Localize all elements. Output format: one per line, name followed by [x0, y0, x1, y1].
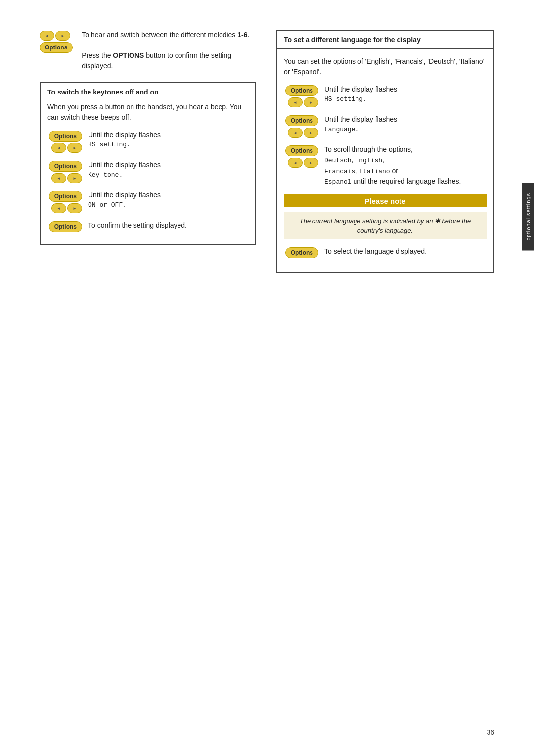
page: optional settings Options To hear and sw…	[0, 0, 534, 756]
lang-step3-text: To scroll through the options, Deutsch, …	[324, 144, 487, 187]
step4-text: To confirm the setting displayed.	[88, 220, 248, 231]
step3-mono: ON or OFF.	[88, 200, 248, 210]
intro-line1: To hear and switch between the different…	[82, 30, 256, 40]
lang-final-label: To select the language displayed.	[324, 246, 487, 257]
nav-btn-k3	[51, 203, 82, 213]
options-btn-l2: Options	[285, 115, 318, 126]
intro-line2: Press the OPTIONS button to confirm the …	[82, 50, 256, 71]
keytone-step-2: Options Until the display flashes Key to…	[47, 160, 248, 183]
keytones-intro: When you press a button on the handset, …	[47, 102, 248, 123]
keytones-section: To switch the keytones off and on When y…	[40, 82, 256, 245]
nav-btn-l3	[288, 158, 318, 168]
lang-final-text: To select the language displayed.	[324, 246, 487, 257]
nav-left-l3	[288, 158, 303, 168]
options-btn-l3: Options	[285, 145, 318, 156]
nav-left-l1	[288, 97, 303, 107]
nav-button-intro	[40, 31, 73, 41]
step2-label: Until the display flashes	[88, 160, 248, 170]
lang-step2-label: Until the display flashes	[324, 114, 487, 125]
lang-step-1: Options Until the display flashes HS set…	[284, 84, 487, 107]
please-note-body: The current language setting is indicate…	[284, 212, 487, 239]
please-note-box: Please note The current language setting…	[284, 194, 487, 239]
step2-mono: Key tone.	[88, 170, 248, 180]
right-intro-text: You can set the options of 'English', 'F…	[284, 56, 487, 77]
keytone-step-3: Options Until the display flashes ON or …	[47, 190, 248, 213]
please-note-title: Please note	[291, 197, 480, 205]
nav-left-k1	[51, 143, 66, 153]
lang-step3-icons: Options	[284, 144, 318, 168]
nav-right-k1	[67, 143, 82, 153]
please-note-header: Please note	[284, 194, 487, 207]
sidebar-tab: optional settings	[522, 183, 534, 251]
step1-icons: Options	[47, 130, 82, 153]
lang-step1-icons: Options	[284, 84, 318, 107]
nav-btn-l1	[288, 97, 318, 107]
lang-final-step: Options To select the language displayed…	[284, 246, 487, 258]
left-column: Options To hear and switch between the d…	[40, 30, 256, 254]
lang-step1-label: Until the display flashes	[324, 84, 487, 94]
right-col-heading: To set a different language for the disp…	[277, 31, 493, 49]
step1-mono: HS setting.	[88, 140, 248, 150]
keytones-heading: To switch the keytones off and on	[47, 88, 248, 96]
lang-step2-icons: Options	[284, 114, 318, 138]
options-btn-k4: Options	[49, 221, 82, 232]
nav-left-k3	[51, 203, 66, 213]
lang-step-3: Options To scroll through the options, D…	[284, 144, 487, 187]
keytone-step-4: Options To confirm the setting displayed…	[47, 220, 248, 232]
lang-step3-label: To scroll through the options, Deutsch, …	[324, 144, 487, 187]
nav-btn-k2	[51, 173, 82, 183]
lang-step2-text: Until the display flashes Language.	[324, 114, 487, 135]
lang-step-2: Options Until the display flashes Langua…	[284, 114, 487, 138]
step2-text: Until the display flashes Key tone.	[88, 160, 248, 180]
step2-icons: Options	[47, 160, 82, 183]
nav-btn-k1	[51, 143, 82, 153]
step1-label: Until the display flashes	[88, 130, 248, 140]
please-note-text: The current language setting is indicate…	[300, 217, 471, 235]
step1-text: Until the display flashes HS setting.	[88, 130, 248, 150]
options-btn-k1: Options	[49, 131, 82, 142]
nav-left-k2	[51, 173, 66, 183]
nav-right-k2	[67, 173, 82, 183]
options-btn-l1: Options	[285, 85, 318, 96]
right-col-body: You can set the options of 'English', 'F…	[277, 49, 493, 272]
right-column: To set a different language for the disp…	[276, 30, 494, 273]
keytone-step-1: Options Until the display flashes HS set…	[47, 130, 248, 153]
nav-left-icon	[40, 31, 54, 41]
options-btn-k3: Options	[49, 191, 82, 202]
lang-step2-mono: Language.	[324, 125, 487, 135]
lang-step1-mono: HS setting.	[324, 94, 487, 104]
options-btn-final: Options	[285, 247, 318, 258]
nav-right-l3	[304, 158, 318, 168]
intro-section: Options To hear and switch between the d…	[40, 30, 256, 71]
step4-icons: Options	[47, 220, 82, 232]
nav-left-l2	[288, 128, 303, 138]
options-btn-k2: Options	[49, 161, 82, 172]
nav-btn-l2	[288, 128, 318, 138]
lang-final-icons: Options	[284, 246, 318, 258]
page-number: 36	[487, 728, 494, 736]
intro-text: To hear and switch between the different…	[82, 30, 256, 71]
nav-right-l2	[304, 128, 318, 138]
nav-right-k3	[67, 203, 82, 213]
step4-label: To confirm the setting displayed.	[88, 220, 248, 231]
step3-text: Until the display flashes ON or OFF.	[88, 190, 248, 210]
nav-right-icon	[55, 31, 70, 41]
step3-icons: Options	[47, 190, 82, 213]
step3-label: Until the display flashes	[88, 190, 248, 200]
options-button-intro: Options	[40, 42, 73, 53]
lang-step1-text: Until the display flashes HS setting.	[324, 84, 487, 104]
nav-right-l1	[304, 97, 318, 107]
intro-icons: Options	[40, 30, 73, 71]
